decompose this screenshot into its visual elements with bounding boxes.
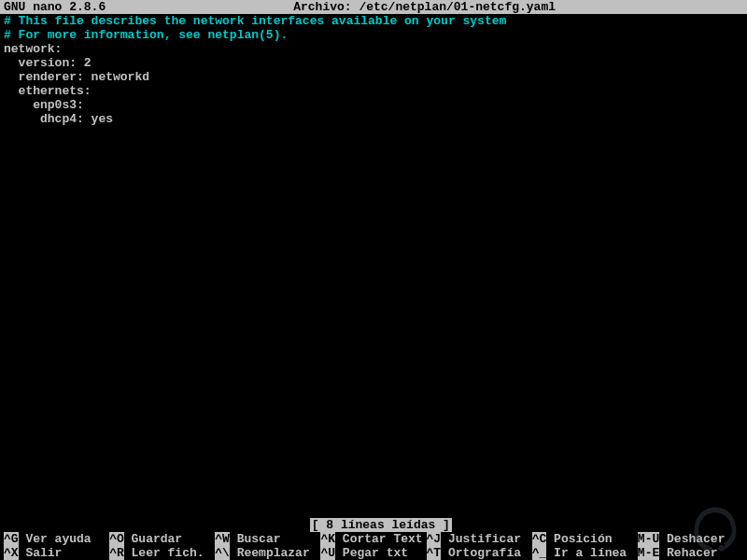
help-label: Salir [19,546,63,560]
help-label: Rehacer [659,546,717,560]
help-item[interactable]: ^\ Reemplazar [215,546,320,560]
help-key: ^\ [215,546,230,560]
help-key: ^T [427,546,442,560]
help-row-2: ^X Salir^R Leer fich.^\ Reemplazar^U Peg… [4,546,743,560]
help-key: ^J [427,532,442,546]
help-item[interactable]: ^X Salir [4,546,109,560]
help-item[interactable]: ^W Buscar [215,532,320,546]
help-item[interactable]: ^U Pegar txt [320,546,426,560]
editor-line: enp0s3: [4,98,743,112]
file-name: Archivo: /etc/netplan/01-netcfg.yaml [106,0,743,14]
help-item[interactable]: ^R Leer fich. [109,546,215,560]
help-key: ^R [109,546,124,560]
help-bar: ^G Ver ayuda^O Guardar^W Buscar^K Cortar… [0,532,747,560]
help-key: ^W [215,532,230,546]
status-message: [ 8 líneas leídas ] [310,518,452,532]
help-item[interactable]: ^K Cortar Text [320,532,426,546]
help-label: Ortografía [441,546,521,560]
help-label: Reemplazar [230,546,310,560]
editor-line: # For more information, see netplan(5). [4,28,743,42]
help-key: ^_ [532,546,547,560]
help-item[interactable]: ^O Guardar [109,532,215,546]
help-key: ^O [109,532,124,546]
help-key: ^C [532,532,547,546]
editor-line: version: 2 [4,56,743,70]
help-label: Cortar Text [335,532,423,546]
help-label: Deshacer [659,532,725,546]
help-key: ^K [320,532,335,546]
help-label: Leer fich. [124,546,204,560]
help-item[interactable]: M-U Deshacer [638,532,743,546]
help-label: Justificar [441,532,521,546]
help-label: Buscar [230,532,281,546]
editor-content[interactable]: # This file describes the network interf… [0,14,747,126]
help-item[interactable]: M-E Rehacer [638,546,743,560]
help-row-1: ^G Ver ayuda^O Guardar^W Buscar^K Cortar… [4,532,743,546]
help-item[interactable]: ^J Justificar [427,532,532,546]
titlebar: GNU nano 2.8.6 Archivo: /etc/netplan/01-… [0,0,747,14]
help-label: Ir a línea [546,546,627,560]
help-label: Pegar txt [335,546,408,560]
help-key: ^G [4,532,19,546]
editor-line: # This file describes the network interf… [4,14,743,28]
help-key: ^U [320,546,335,560]
app-name: GNU nano 2.8.6 [4,0,106,14]
help-label: Ver ayuda [19,532,92,546]
help-key: M-U [638,532,659,546]
help-key: M-E [638,546,659,560]
help-label: Posición [546,532,612,546]
editor-line: ethernets: [4,84,743,98]
editor-line: renderer: networkd [4,70,743,84]
status-line: [ 8 líneas leídas ] [0,504,747,532]
help-item[interactable]: ^G Ver ayuda [4,532,109,546]
editor-line: network: [4,42,743,56]
help-item[interactable]: ^C Posición [532,532,638,546]
help-item[interactable]: ^_ Ir a línea [532,546,638,560]
help-label: Guardar [124,532,182,546]
help-key: ^X [4,546,19,560]
editor-line: dhcp4: yes [4,112,743,126]
help-item[interactable]: ^T Ortografía [427,546,532,560]
